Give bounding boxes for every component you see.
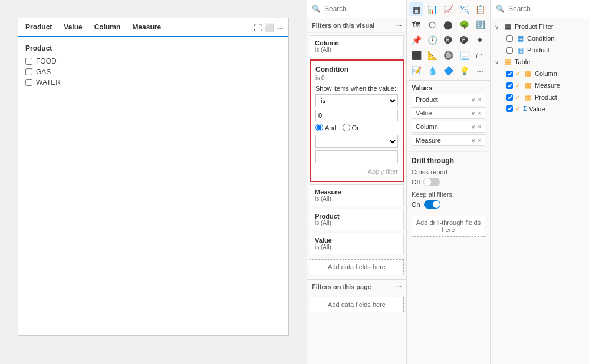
tree-group-product-filter[interactable]: ∨ ▦ Product Filter bbox=[491, 21, 589, 32]
pie-chart-icon[interactable]: ⬤ bbox=[441, 18, 455, 32]
value-tree-item[interactable]: ✓ Σ Value bbox=[503, 103, 589, 114]
gauge-icon[interactable]: 🕐 bbox=[425, 33, 439, 47]
line-chart-icon[interactable]: 📋 bbox=[473, 2, 487, 16]
card-icon[interactable]: 🅡 bbox=[441, 33, 455, 47]
water-checkbox[interactable] bbox=[25, 79, 32, 86]
filters-more-icon[interactable]: ··· bbox=[396, 22, 402, 29]
image-icon[interactable]: 🔷 bbox=[441, 64, 455, 78]
apply-filter-button[interactable]: Apply filter bbox=[315, 167, 398, 176]
product-table-tree-item[interactable]: ✓ ▦ Product bbox=[503, 91, 589, 103]
and-radio[interactable] bbox=[315, 124, 323, 131]
cross-report-toggle[interactable] bbox=[423, 178, 440, 186]
canvas-area: ⛶ ⬜ ··· Product Value Column Measure Pro… bbox=[0, 0, 307, 364]
column-filter-card[interactable]: Column is (All) bbox=[310, 35, 404, 57]
column-field[interactable]: Column ∨ × bbox=[412, 121, 485, 133]
product-table-tree-checkbox[interactable] bbox=[506, 94, 513, 101]
product-filter-card[interactable]: Product is (All) bbox=[310, 209, 404, 230]
cross-report-state-label: Off bbox=[412, 178, 420, 186]
list-item[interactable]: GAS bbox=[25, 68, 281, 76]
product-table-tree-label: Product bbox=[535, 94, 557, 101]
keep-filters-toggle[interactable] bbox=[424, 200, 440, 209]
product-filter-children: ▦ Condition ▦ Product bbox=[491, 32, 589, 56]
product-label: Product bbox=[25, 44, 281, 52]
condition-second-value-input[interactable] bbox=[315, 150, 398, 163]
filter-icon[interactable]: ⛶ bbox=[254, 23, 262, 32]
add-data-fields-button[interactable]: Add data fields here bbox=[310, 259, 404, 274]
filter-search-bar: 🔍 bbox=[307, 0, 406, 18]
condition-value-input[interactable] bbox=[315, 110, 398, 121]
filters-on-visual-header: Filters on this visual ··· bbox=[307, 18, 406, 33]
and-radio-label[interactable]: And bbox=[315, 124, 337, 131]
filter-search-input[interactable] bbox=[324, 5, 402, 13]
waterfall-icon[interactable]: 📐 bbox=[425, 48, 439, 62]
props-search-input[interactable] bbox=[508, 5, 584, 13]
or-radio-label[interactable]: Or bbox=[343, 124, 359, 131]
value-tree-checkbox[interactable] bbox=[506, 105, 513, 112]
list-item[interactable]: WATER bbox=[25, 78, 281, 87]
expand-icon[interactable]: ⬜ bbox=[264, 23, 274, 32]
condition-tree-checkbox[interactable] bbox=[506, 35, 513, 42]
cross-report-toggle-row: Off bbox=[412, 178, 485, 186]
measure-remove-icon[interactable]: × bbox=[478, 137, 481, 144]
scatter-chart-icon[interactable]: ⬡ bbox=[425, 18, 439, 32]
decomp-icon[interactable]: 🗃 bbox=[473, 48, 487, 62]
list-item[interactable]: FOOD bbox=[25, 57, 281, 65]
column-remove-icon[interactable]: × bbox=[478, 124, 481, 130]
drill-through-title: Drill through bbox=[412, 157, 485, 165]
column-tree-checkbox[interactable] bbox=[506, 71, 513, 77]
product-chevron-icon[interactable]: ∨ bbox=[471, 97, 475, 103]
value-chevron-icon[interactable]: ∨ bbox=[471, 110, 475, 117]
tree-group-table[interactable]: ∨ ▦ Table bbox=[491, 56, 589, 68]
measure-filter-card[interactable]: Measure is (All) bbox=[310, 184, 404, 206]
filters-page-more-icon[interactable]: ··· bbox=[396, 283, 402, 290]
value-remove-icon[interactable]: × bbox=[478, 110, 481, 117]
product-tree-item[interactable]: ▦ Product bbox=[503, 44, 589, 56]
value-field[interactable]: Value ∨ × bbox=[412, 107, 485, 119]
product-remove-icon[interactable]: × bbox=[478, 97, 481, 103]
more-viz-icon[interactable]: ··· bbox=[473, 64, 487, 78]
keep-filters-state-label: On bbox=[412, 201, 420, 208]
column-tree-item[interactable]: ✓ ▦ Column bbox=[503, 68, 589, 80]
value-checked-icon: ✓ bbox=[515, 105, 521, 112]
treemap-icon[interactable]: 🔢 bbox=[473, 18, 487, 32]
stacked-bar-icon[interactable]: 📈 bbox=[441, 2, 455, 16]
donut-chart-icon[interactable]: 🌳 bbox=[457, 18, 471, 32]
measure-card-subtitle: is (All) bbox=[315, 196, 399, 202]
value-filter-card[interactable]: Value is (All) bbox=[310, 233, 404, 254]
add-drill-through-button[interactable]: Add drill-through fields here bbox=[412, 216, 485, 237]
matrix-icon[interactable]: ⬛ bbox=[409, 48, 423, 62]
table-group-icon: ▦ bbox=[503, 58, 512, 66]
gas-checkbox[interactable] bbox=[25, 68, 32, 75]
powerapp-icon[interactable]: 💡 bbox=[457, 64, 471, 78]
map-icon[interactable]: 📌 bbox=[409, 33, 423, 47]
table-viz-icon[interactable]: ▦ bbox=[409, 2, 423, 16]
water-label: WATER bbox=[36, 78, 61, 87]
more-icon[interactable]: ··· bbox=[277, 23, 284, 32]
condition-field-icon: ▦ bbox=[515, 34, 525, 42]
food-checkbox[interactable] bbox=[25, 58, 32, 65]
measure-tree-checkbox[interactable] bbox=[506, 82, 513, 89]
product-field[interactable]: Product ∨ × bbox=[412, 94, 485, 105]
column-chevron-icon[interactable]: ∨ bbox=[471, 124, 475, 130]
measure-field[interactable]: Measure ∨ × bbox=[412, 134, 485, 146]
shape-icon[interactable]: 💧 bbox=[425, 64, 439, 78]
measure-chevron-icon[interactable]: ∨ bbox=[471, 137, 475, 144]
clustered-bar-icon[interactable]: 📉 bbox=[457, 2, 471, 16]
add-page-data-fields-button[interactable]: Add data fields here bbox=[310, 297, 404, 312]
condition-tree-item[interactable]: ▦ Condition bbox=[503, 32, 589, 44]
measure-tree-item[interactable]: ✓ ▦ Measure bbox=[503, 80, 589, 91]
funnel-icon[interactable]: 🔘 bbox=[441, 48, 455, 62]
condition-filter-card[interactable]: Condition is 0 Show items when the value… bbox=[310, 59, 404, 182]
slicer-icon[interactable]: ✦ bbox=[473, 33, 487, 47]
condition-second-operator-select[interactable] bbox=[315, 135, 398, 148]
qna-icon[interactable]: 📃 bbox=[457, 48, 471, 62]
product-tree-checkbox[interactable] bbox=[506, 47, 513, 54]
keep-filters-toggle-knob bbox=[433, 201, 440, 208]
condition-operator-select[interactable]: is bbox=[315, 94, 398, 107]
kpi-icon[interactable]: 🅟 bbox=[457, 33, 471, 47]
product-section: Product FOOD GAS WATER bbox=[18, 37, 288, 96]
or-radio[interactable] bbox=[343, 124, 350, 131]
area-chart-icon[interactable]: 🗺 bbox=[409, 18, 423, 32]
text-icon[interactable]: 📝 bbox=[409, 64, 423, 78]
bar-chart-icon[interactable]: 📊 bbox=[425, 2, 439, 16]
